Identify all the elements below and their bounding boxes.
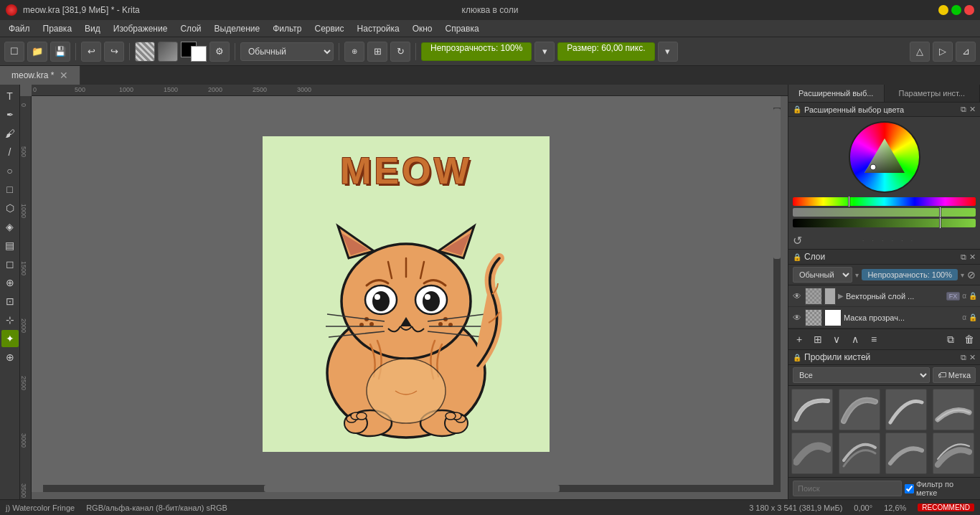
brush-thumb-5[interactable] (791, 433, 833, 474)
layers-close-button[interactable]: ✕ (969, 252, 976, 262)
tab-brush-params[interactable]: Параметры инст... (885, 85, 981, 102)
rotate-button[interactable]: ↻ (390, 42, 410, 62)
tool-polygon[interactable]: ⬡ (1, 199, 19, 217)
color-panel-close[interactable]: ✕ (969, 105, 976, 114)
layer-blend-mode-select[interactable]: Обычный (793, 267, 852, 283)
val-cursor[interactable] (939, 217, 941, 229)
undo-button[interactable]: ↩ (81, 42, 101, 62)
brush-tag-button[interactable]: 🏷 Метка (933, 367, 976, 383)
size-control[interactable]: Размер: 60,00 пикс. (557, 42, 654, 61)
value-slider[interactable] (793, 219, 976, 227)
refresh-icon[interactable]: ↺ (793, 234, 802, 247)
layer-vis-vector[interactable]: 👁 (791, 290, 803, 302)
menu-filter[interactable]: Фильтр (267, 22, 307, 35)
fill-pattern-button[interactable] (158, 42, 178, 62)
canvas-viewport[interactable]: MEOW (32, 96, 781, 492)
delete-layer-button[interactable]: 🗑 (961, 331, 977, 347)
maximize-button[interactable] (951, 5, 961, 15)
menu-help[interactable]: Справка (440, 22, 485, 35)
color-panel-float[interactable]: ⧉ (961, 105, 966, 114)
brush-thumb-3[interactable] (885, 389, 927, 430)
menu-layer[interactable]: Слой (174, 22, 207, 35)
menu-window[interactable]: Окно (407, 22, 438, 35)
layers-float-button[interactable]: ⧉ (961, 252, 966, 262)
brush-mode-select[interactable]: Обычный (240, 42, 334, 61)
horizontal-scrollbar[interactable] (43, 485, 781, 492)
tool-brush[interactable]: 🖌 (1, 125, 19, 142)
menu-tools[interactable]: Сервис (308, 22, 349, 35)
brush-search-input[interactable] (793, 481, 902, 496)
menu-view[interactable]: Вид (79, 22, 106, 35)
tool-fill[interactable]: ◈ (1, 218, 19, 235)
redo-button[interactable]: ↪ (104, 42, 124, 62)
saturation-slider[interactable] (793, 208, 976, 217)
brush-float-button[interactable]: ⧉ (961, 353, 966, 362)
menu-image[interactable]: Изображение (108, 22, 174, 35)
menu-file[interactable]: Файл (3, 22, 36, 35)
tool-move[interactable]: ✦ (1, 330, 19, 347)
menu-settings[interactable]: Настройка (352, 22, 405, 35)
layer-vis-mask[interactable]: 👁 (791, 312, 803, 323)
menu-select[interactable]: Выделение (209, 22, 266, 35)
tool-ellipse[interactable]: ○ (1, 162, 19, 179)
tab-advanced-color[interactable]: Расширенный выб... (788, 85, 885, 102)
vertical-scrollbar[interactable] (773, 108, 781, 485)
layer-flat-button[interactable]: ≡ (866, 331, 882, 347)
open-button[interactable]: 📁 (27, 42, 47, 62)
brush-thumb-4[interactable] (933, 389, 974, 430)
menu-edit[interactable]: Правка (37, 22, 78, 35)
color-preview[interactable] (181, 42, 207, 62)
opacity-expand[interactable]: ▾ (961, 271, 964, 279)
tool-rect[interactable]: □ (1, 181, 19, 198)
layer-row-vector[interactable]: 👁 ▶ Векторный слой ... FX α 🔒 (788, 285, 980, 307)
new-document-button[interactable]: ☐ (4, 42, 24, 62)
checker-pattern-button[interactable] (135, 42, 155, 62)
opacity-dropdown[interactable]: ▾ (534, 42, 555, 62)
color-panel-header[interactable]: 🔒 Расширенный выбор цвета ⧉ ✕ (788, 103, 980, 117)
mirror-h-button[interactable]: △ (910, 42, 930, 62)
mirror-button[interactable]: ⊞ (367, 42, 387, 62)
copy-layer-button[interactable]: ⧉ (943, 331, 958, 347)
minimize-button[interactable] (938, 5, 948, 15)
layer-expand-vector[interactable]: ▶ (838, 292, 844, 300)
brush-filter-checkbox[interactable] (905, 484, 914, 493)
hue-cursor[interactable] (848, 196, 850, 207)
opacity-lock-icon[interactable]: ⊘ (967, 269, 976, 280)
brush-panel-header[interactable]: 🔒 Профили кистей ⧉ ✕ (788, 350, 980, 365)
opacity-control[interactable]: Непрозрачность: 100% (421, 42, 532, 61)
layer-mask-button[interactable]: ∨ (829, 331, 844, 347)
brush-filter-select[interactable]: Все (793, 367, 930, 383)
tool-gradient[interactable]: ▤ (1, 237, 19, 254)
wrap-button[interactable]: ⊿ (956, 42, 976, 62)
brush-close-button[interactable]: ✕ (969, 353, 976, 362)
canvas-tab-close[interactable]: ✕ (60, 70, 68, 81)
brush-thumb-1[interactable] (791, 389, 833, 430)
tool-select-free[interactable]: ⊹ (1, 311, 19, 329)
canvas-tab[interactable]: meow.kra * ✕ (0, 66, 80, 85)
tool-clone[interactable]: ⊕ (1, 274, 19, 291)
tool-freehand[interactable]: ✒ (1, 106, 19, 123)
layer-group-button[interactable]: ∧ (847, 331, 863, 347)
layer-style-button[interactable]: ⊞ (810, 331, 826, 347)
background-color[interactable] (191, 46, 207, 62)
tool-line[interactable]: / (1, 143, 19, 161)
size-dropdown[interactable]: ▾ (658, 42, 678, 62)
brush-thumb-2[interactable] (839, 389, 880, 430)
tool-zoom[interactable]: ⊕ (1, 349, 19, 366)
brush-thumb-6[interactable] (839, 433, 880, 474)
close-button[interactable] (964, 5, 974, 15)
brush-thumb-7[interactable] (885, 433, 927, 474)
tool-text[interactable]: T (1, 88, 19, 105)
tool-select-rect[interactable]: ⊡ (1, 293, 19, 310)
blend-mode-expand[interactable]: ▾ (855, 271, 859, 279)
play-button[interactable]: ▷ (933, 42, 953, 62)
save-button[interactable]: 💾 (50, 42, 70, 62)
layer-row-mask[interactable]: 👁 Маска прозрач... α 🔒 (788, 307, 980, 329)
add-layer-button[interactable]: + (791, 331, 807, 347)
tool-eraser[interactable]: ◻ (1, 255, 19, 273)
sat-cursor[interactable] (939, 207, 941, 218)
brush-settings-button[interactable]: ⚙ (209, 42, 230, 62)
color-wheel[interactable] (849, 121, 920, 193)
brush-thumb-8[interactable] (933, 433, 974, 474)
color-mode-button[interactable]: ⊕ (344, 42, 364, 62)
